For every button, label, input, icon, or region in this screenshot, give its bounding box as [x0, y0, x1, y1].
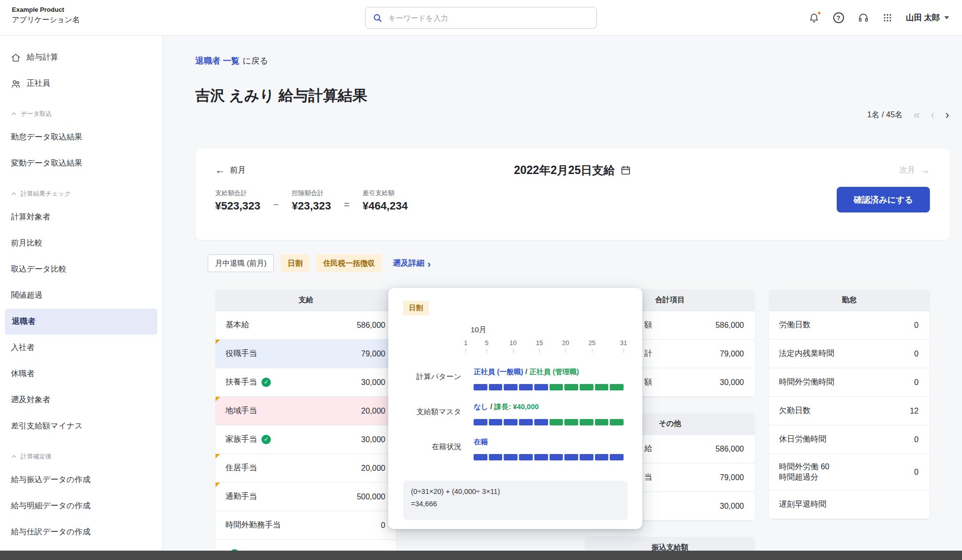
- check-icon: ✓: [261, 378, 271, 387]
- pay-date-label: 2022年2月25日支給: [514, 163, 615, 178]
- row-value: 586,000: [715, 445, 744, 454]
- sidebar-item-attendance-import[interactable]: 勤怠データ取込結果: [0, 124, 162, 150]
- value-separator: /: [523, 368, 529, 376]
- table-row[interactable]: 家族手当✓30,000: [216, 425, 396, 454]
- sidebar-section-data-import[interactable]: データ取込: [0, 106, 162, 121]
- back-suffix-text: に戻る: [243, 56, 268, 66]
- search-input[interactable]: [387, 13, 590, 23]
- sidebar-item-import-compare[interactable]: 取込データ比較: [0, 256, 162, 282]
- sidebar-item-label: 給与明細データの作成: [11, 501, 90, 511]
- row-value: 0: [381, 521, 385, 530]
- support-button[interactable]: [858, 12, 869, 23]
- value-green: 正社員 (管理職): [529, 368, 579, 376]
- row-value: 586,000: [715, 321, 744, 330]
- minus-operator: −: [273, 199, 279, 212]
- sidebar-item-payslip-data[interactable]: 給与明細データの作成: [0, 493, 162, 519]
- table-row[interactable]: 法定内残業時間0: [769, 340, 929, 368]
- calculation-formula-box: (0÷31×20) + (40,000÷ 3×11) =34,666: [403, 481, 628, 520]
- sidebar-item-on-leave[interactable]: 休職者: [0, 361, 162, 387]
- arrow-left-icon: ←: [215, 165, 225, 175]
- global-search[interactable]: [365, 7, 597, 29]
- calendar-icon[interactable]: [620, 165, 631, 175]
- prev-month-label: 前月: [230, 165, 246, 175]
- row-label: 地域手当: [225, 406, 257, 416]
- table-row[interactable]: 時間外勤務手当0: [216, 511, 396, 540]
- sidebar-item-label: 前月比較: [11, 238, 42, 248]
- sidebar-item-label: 遡及対象者: [11, 395, 50, 405]
- total-value: ¥523,323: [215, 200, 260, 212]
- sidebar-item-payroll[interactable]: 給与計算: [0, 44, 162, 70]
- sidebar-section-title: データ取込: [21, 110, 52, 118]
- sidebar-item-employees[interactable]: 正社員: [0, 70, 162, 97]
- totals-row: 支給額合計 ¥523,323 − 控除額合計 ¥23,323 = 差引支給額 ¥…: [215, 187, 930, 212]
- total-value: ¥23,323: [292, 200, 331, 212]
- apps-button[interactable]: [883, 13, 892, 23]
- formula-line-1: (0÷31×20) + (40,000÷ 3×11): [411, 488, 620, 495]
- table-row[interactable]: 時間外労働時間0: [769, 368, 929, 397]
- row-value: 12: [910, 407, 919, 416]
- calc-pattern-value: 正社員 (一般職) / 正社員 (管理職): [474, 367, 579, 377]
- sidebar-item-transfer-data[interactable]: 給与振込データの作成: [0, 467, 162, 493]
- prev-month-button[interactable]: ← 前月: [215, 165, 246, 175]
- sidebar-item-variable-import[interactable]: 変動データ取込結果: [0, 150, 162, 176]
- next-month-button[interactable]: 次月 →: [899, 165, 930, 175]
- sidebar-item-label: 差引支給額マイナス: [11, 421, 83, 431]
- table-row[interactable]: 扶養手当✓30,000: [216, 368, 396, 397]
- pager-next-button[interactable]: ›: [945, 109, 949, 121]
- value-green: 課長: ¥40,000: [494, 403, 539, 411]
- sidebar-item-prev-month-compare[interactable]: 前月比較: [0, 230, 162, 256]
- sidebar-item-new-hires[interactable]: 入社者: [0, 335, 162, 361]
- help-button[interactable]: ?: [833, 12, 844, 23]
- sidebar-item-retroactive[interactable]: 遡及対象者: [0, 387, 162, 413]
- total-net: 差引支給額 ¥464,234: [363, 189, 408, 212]
- table-row[interactable]: 遅刻早退時間: [769, 490, 929, 519]
- pager-first-button[interactable]: «: [914, 109, 920, 121]
- calc-pattern-timeline-bar: [474, 384, 624, 390]
- confirm-button[interactable]: 確認済みにする: [837, 187, 930, 212]
- sidebar-section-result-check[interactable]: 計算結果チェック: [0, 186, 162, 201]
- table-row[interactable]: 通勤手当500,000: [216, 483, 396, 511]
- table-row[interactable]: 休日労働時間0: [769, 425, 929, 454]
- row-value: 0: [914, 378, 919, 387]
- table-row[interactable]: 役職手当79,000: [216, 340, 396, 368]
- arrow-right-icon: →: [920, 165, 930, 175]
- table-row[interactable]: 基本給586,000: [216, 311, 396, 340]
- table-row[interactable]: 欠勤日数12: [769, 397, 929, 425]
- table-row[interactable]: 労働日数0: [769, 311, 929, 340]
- brand-app-name: アプリケーション名: [12, 15, 79, 25]
- row-label: 時間外労働 60 時間超過分: [779, 462, 829, 483]
- enrollment-status-label: 在籍状況: [395, 442, 461, 452]
- chevron-up-icon: [11, 454, 17, 459]
- tag-mid-month-retired: 月中退職 (前月): [208, 254, 274, 272]
- user-name: 山田 太郎: [906, 13, 940, 23]
- pager-prev-button[interactable]: ‹: [931, 109, 935, 121]
- table-row[interactable]: 時間外労働 60 時間超過分0: [769, 454, 929, 490]
- value-blue: なし: [474, 403, 488, 411]
- table-row[interactable]: 住居手当20,000: [216, 454, 396, 483]
- user-menu[interactable]: 山田 太郎: [906, 13, 949, 23]
- sidebar-section-after-fix[interactable]: 計算確定後: [0, 449, 162, 464]
- sidebar-item-label: 変動データ取込結果: [11, 158, 82, 169]
- sidebar-item-label: 給与振込データの作成: [11, 475, 90, 485]
- sidebar-item-label: 入社者: [11, 343, 35, 353]
- table-row[interactable]: 地域手当20,000: [216, 397, 396, 425]
- popover-month-label: 10月: [471, 325, 486, 335]
- sidebar-item-label: 正社員: [27, 78, 50, 89]
- total-deduction: 控除額合計 ¥23,323: [292, 189, 331, 212]
- notifications-button[interactable]: [809, 12, 819, 23]
- sidebar-item-calc-targets[interactable]: 計算対象者: [0, 204, 162, 230]
- retroactive-detail-link[interactable]: 遡及詳細 ›: [393, 258, 431, 269]
- attendance-table: 勤怠 労働日数0 法定内残業時間0 時間外労働時間0 欠勤日数12 休日労働時間…: [769, 289, 929, 519]
- back-to-list-link[interactable]: 退職者 一覧: [195, 56, 240, 66]
- grid-icon: [883, 13, 892, 23]
- bottom-bar: [0, 551, 962, 560]
- next-month-label: 次月: [899, 165, 915, 175]
- sidebar-item-threshold[interactable]: 閾値超過: [0, 282, 162, 309]
- page-title: 吉沢 えみり 給与計算結果: [195, 86, 368, 106]
- sidebar-item-retirees[interactable]: 退職者: [5, 309, 157, 335]
- sidebar-item-label: 給与計算: [27, 52, 58, 63]
- axis-tick: 31: [620, 339, 627, 353]
- calc-pattern-label: 計算パターン: [395, 372, 461, 382]
- sidebar-item-negative-net[interactable]: 差引支給額マイナス: [0, 413, 162, 439]
- sidebar-item-journal-data[interactable]: 給与仕訳データの作成: [0, 519, 162, 545]
